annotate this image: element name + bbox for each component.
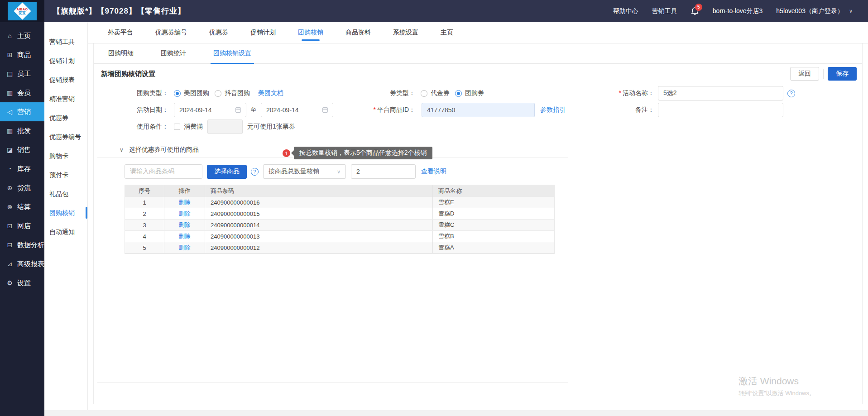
radio-icon — [215, 90, 221, 97]
top-tab[interactable]: 商品资料 — [345, 22, 371, 43]
row-index: 4 — [125, 231, 164, 242]
top-tab[interactable]: 优惠券 — [209, 22, 228, 43]
window-title: 【旗舰版*】【97028】【零售行业】 — [53, 6, 186, 16]
view-instructions-link[interactable]: 查看说明 — [421, 167, 446, 176]
condition-amount-input[interactable] — [207, 120, 243, 134]
row-index: 2 — [125, 208, 164, 219]
sub-tab[interactable]: 团购明细 — [108, 43, 134, 64]
delete-link[interactable]: 删除 — [179, 210, 191, 218]
submenu-item[interactable]: 自动通知 — [44, 222, 87, 241]
sidebar-item[interactable]: ▥ 会员 — [0, 83, 44, 102]
bottom-strip — [44, 410, 868, 416]
staff-icon: ▤ — [6, 70, 14, 77]
account-menu[interactable]: h5love003（商户登录） — [776, 7, 844, 15]
top-tab[interactable]: 主页 — [441, 22, 453, 43]
delete-link[interactable]: 删除 — [179, 232, 191, 240]
meituan-doc-link[interactable]: 美团文档 — [258, 89, 283, 97]
back-button[interactable]: 返回 — [790, 67, 819, 81]
sidebar-item[interactable]: ⌂ 主页 — [0, 26, 44, 45]
submenu-item[interactable]: 促销计划 — [44, 51, 87, 70]
submenu-item[interactable]: 预付卡 — [44, 165, 87, 184]
quantity-input[interactable]: 2 — [351, 164, 416, 179]
calendar-icon — [235, 107, 241, 113]
group-type-radio[interactable]: 抖音团购 — [215, 89, 250, 97]
sidebar-item[interactable]: ⊟ 数据分析 — [0, 235, 44, 254]
save-button[interactable]: 保存 — [828, 67, 857, 81]
product-table: 序号 操作 商品条码 商品名称 1 删除 240900000000016 雪糕E — [125, 185, 555, 254]
delete-link[interactable]: 删除 — [179, 244, 191, 252]
submenu-item[interactable]: 团购核销 — [44, 203, 87, 222]
remark-input[interactable] — [658, 103, 783, 117]
date-to-separator: 至 — [250, 106, 257, 114]
submenu-item[interactable]: 促销报表 — [44, 70, 87, 89]
sidebar-item[interactable]: ▦ 批发 — [0, 121, 44, 140]
select-chevron-down-icon: ∨ — [337, 169, 340, 175]
sidebar-item[interactable]: ⊕ 货流 — [0, 178, 44, 197]
sidebar-item[interactable]: ⊛ 结算 — [0, 197, 44, 216]
sub-tab-bar: 团购明细团购统计团购核销设置 — [94, 43, 862, 64]
sidebar-item[interactable]: ⊞ 商品 — [0, 45, 44, 64]
coupon-type-radio[interactable]: 代金券 — [421, 89, 450, 97]
mode-help-icon[interactable]: ? — [251, 168, 259, 176]
sub-tab[interactable]: 团购统计 — [161, 43, 186, 64]
select-product-button[interactable]: 选择商品 — [207, 165, 247, 179]
col-header-barcode: 商品条码 — [205, 185, 433, 197]
sidebar-item[interactable]: ▤ 员工 — [0, 64, 44, 83]
row-product-name: 雪糕A — [433, 242, 554, 253]
primary-sidebar: ⌂ 主页 ⊞ 商品 ▤ 员工 ▥ 会员 ◁ 营销 ▦ 批发 ◪ 销售 ◔ — [0, 22, 44, 416]
sidebar-item[interactable]: ⊿ 高级报表 — [0, 254, 44, 273]
sub-tab[interactable]: 团购核销设置 — [213, 43, 251, 64]
top-tab[interactable]: 团购核销 — [298, 22, 323, 43]
coupon-type-radio[interactable]: 团购券 — [455, 89, 484, 97]
marketing-tools-link[interactable]: 营销工具 — [652, 7, 677, 15]
sidebar-item[interactable]: ⊡ 网店 — [0, 216, 44, 235]
help-center-link[interactable]: 帮助中心 — [613, 7, 638, 15]
goods-icon: ⊞ — [6, 51, 14, 58]
platform-id-input[interactable]: 41777850 — [422, 103, 535, 117]
row-index: 1 — [125, 197, 164, 208]
submenu-item[interactable]: 优惠券编号 — [44, 127, 87, 146]
sidebar-item[interactable]: ⚙ 设置 — [0, 273, 44, 292]
store-name[interactable]: born-to-love分店3 — [713, 7, 763, 15]
barcode-search-input[interactable]: 请输入商品条码 — [125, 164, 202, 179]
top-tab[interactable]: 外卖平台 — [108, 22, 133, 43]
row-index: 5 — [125, 242, 164, 253]
submenu-item[interactable]: 精准营销 — [44, 89, 87, 108]
app-logo[interactable]: AIBAO 爱宝 — [0, 0, 44, 22]
submenu-item[interactable]: 营销工具 — [44, 32, 87, 51]
activity-name-help-icon[interactable]: ? — [787, 90, 795, 97]
top-tab[interactable]: 优惠券编号 — [155, 22, 187, 43]
windows-activation-watermark: 激活 Windows 转到“设置”以激活 Windows。 — [739, 375, 815, 397]
sidebar-item[interactable]: ◪ 销售 — [0, 140, 44, 159]
verify-mode-select[interactable]: 按商品总数量核销 ∨ — [263, 164, 346, 179]
submenu-item[interactable]: 礼品包 — [44, 184, 87, 203]
section-title: 选择优惠券可使用的商品 — [129, 146, 199, 154]
submenu-item[interactable]: 优惠券 — [44, 108, 87, 127]
date-label: 活动日期： — [94, 106, 168, 114]
delete-link[interactable]: 删除 — [179, 221, 191, 229]
chevron-down-icon: ∨ — [120, 147, 124, 153]
submenu-item[interactable]: 购物卡 — [44, 146, 87, 165]
account-chevron-down-icon[interactable]: ∨ — [849, 8, 853, 14]
date-from-input[interactable]: 2024-09-14 — [174, 103, 246, 117]
table-row: 4 删除 240900000000013 雪糕B — [125, 231, 554, 242]
condition-checkbox[interactable] — [174, 124, 180, 130]
notification-badge: 5 — [695, 4, 702, 11]
table-row: 3 删除 240900000000014 雪糕C — [125, 220, 554, 231]
main-content: 外卖平台优惠券编号优惠券促销计划团购核销商品资料系统设置主页 团购明细团购统计团… — [88, 22, 868, 416]
date-to-input[interactable]: 2024-09-14 — [261, 103, 333, 117]
top-tab[interactable]: 促销计划 — [250, 22, 276, 43]
top-tab[interactable]: 系统设置 — [393, 22, 418, 43]
condition-suffix: 元可使用1张票券 — [247, 123, 295, 131]
group-type-radio[interactable]: 美团团购 — [174, 89, 209, 97]
activity-name-input[interactable]: 5选2 — [658, 86, 783, 100]
member-icon: ▥ — [6, 89, 14, 96]
button-divider — [823, 69, 824, 79]
sidebar-item[interactable]: ◁ 营销 — [0, 102, 44, 121]
sidebar-item[interactable]: ◔ 库存 — [0, 159, 44, 178]
notification-bell-icon[interactable]: 5 — [691, 7, 699, 16]
product-section-toggle[interactable]: ∨ 选择优惠券可使用的商品 — [120, 146, 199, 154]
row-product-name: 雪糕B — [433, 231, 554, 242]
delete-link[interactable]: 删除 — [179, 198, 191, 206]
logo-text-top: AIBAO — [16, 8, 28, 11]
